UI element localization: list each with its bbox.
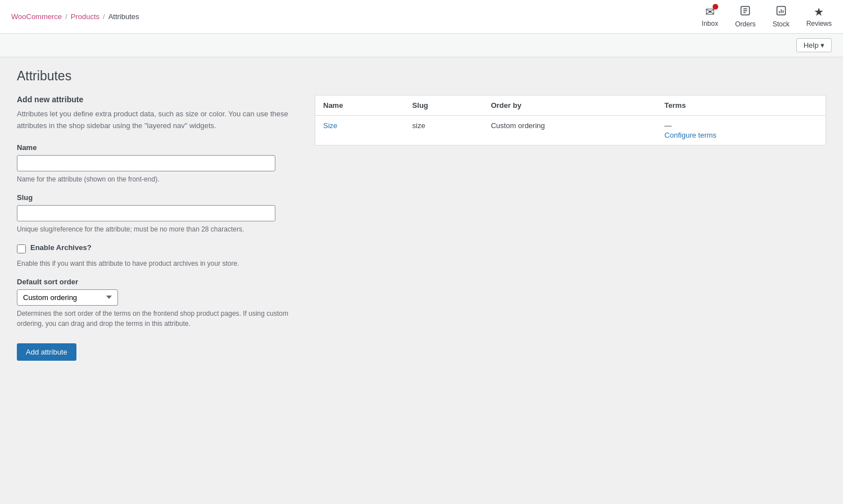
stock-icon bbox=[776, 5, 787, 18]
breadcrumb-current: Attributes bbox=[108, 12, 139, 21]
sort-hint: Determines the sort order of the terms o… bbox=[17, 308, 298, 329]
col-name: Name bbox=[315, 96, 405, 116]
table-row: Size size Custom ordering — Configure te… bbox=[315, 116, 826, 146]
name-hint: Name for the attribute (shown on the fro… bbox=[17, 174, 298, 184]
breadcrumb-sep2: / bbox=[103, 12, 105, 21]
name-group: Name Name for the attribute (shown on th… bbox=[17, 143, 298, 184]
help-button[interactable]: Help ▾ bbox=[796, 38, 832, 52]
nav-reviews[interactable]: ★ Reviews bbox=[806, 6, 832, 28]
row-slug: size bbox=[405, 116, 483, 146]
nav-orders[interactable]: Orders bbox=[735, 5, 756, 28]
slug-group: Slug Unique slug/reference for the attri… bbox=[17, 193, 298, 234]
top-bar: WooCommerce / Products / Attributes ✉ In… bbox=[0, 0, 843, 34]
add-attribute-button[interactable]: Add attribute bbox=[17, 343, 76, 361]
breadcrumb: WooCommerce / Products / Attributes bbox=[11, 12, 139, 21]
archives-group: Enable Archives? Enable this if you want… bbox=[17, 243, 298, 269]
inbox-icon: ✉ bbox=[705, 6, 715, 17]
breadcrumb-woocommerce[interactable]: WooCommerce bbox=[11, 12, 62, 21]
form-heading: Add new attribute bbox=[17, 95, 298, 104]
orders-icon bbox=[740, 5, 751, 18]
archives-row: Enable Archives? bbox=[17, 243, 298, 255]
table-panel: Name Slug Order by Terms Size size Custo… bbox=[315, 95, 826, 146]
page-title: Attributes bbox=[17, 69, 826, 84]
configure-terms-link[interactable]: Configure terms bbox=[664, 131, 818, 139]
nav-stock[interactable]: Stock bbox=[773, 5, 790, 28]
form-description: Attributes let you define extra product … bbox=[17, 108, 298, 132]
nav-inbox[interactable]: ✉ Inbox bbox=[702, 6, 718, 28]
reviews-icon: ★ bbox=[814, 6, 824, 17]
sort-group: Default sort order Custom ordering Name … bbox=[17, 278, 298, 329]
archives-label[interactable]: Enable Archives? bbox=[30, 243, 92, 252]
archives-checkbox[interactable] bbox=[17, 244, 26, 253]
breadcrumb-products[interactable]: Products bbox=[71, 12, 99, 21]
slug-label: Slug bbox=[17, 193, 298, 202]
terms-value: — bbox=[664, 121, 672, 130]
attributes-table: Name Slug Order by Terms Size size Custo… bbox=[315, 95, 826, 146]
nav-reviews-label: Reviews bbox=[806, 20, 832, 28]
col-order-by: Order by bbox=[483, 96, 656, 116]
slug-hint: Unique slug/reference for the attribute;… bbox=[17, 224, 298, 234]
help-bar: Help ▾ bbox=[0, 34, 843, 57]
breadcrumb-sep1: / bbox=[65, 12, 67, 21]
main-content: Attributes Add new attribute Attributes … bbox=[0, 57, 843, 372]
archives-hint: Enable this if you want this attribute t… bbox=[17, 258, 298, 269]
sort-select[interactable]: Custom ordering Name Name (numeric) Term… bbox=[17, 289, 118, 306]
slug-input[interactable] bbox=[17, 205, 275, 221]
name-label: Name bbox=[17, 143, 298, 152]
form-panel: Add new attribute Attributes let you def… bbox=[17, 95, 298, 361]
row-order-by: Custom ordering bbox=[483, 116, 656, 146]
nav-stock-label: Stock bbox=[773, 20, 790, 28]
row-name: Size bbox=[315, 116, 405, 146]
nav-inbox-label: Inbox bbox=[702, 20, 718, 28]
table-header-row: Name Slug Order by Terms bbox=[315, 96, 826, 116]
nav-orders-label: Orders bbox=[735, 20, 756, 28]
col-slug: Slug bbox=[405, 96, 483, 116]
row-terms: — Configure terms bbox=[656, 116, 826, 146]
col-terms: Terms bbox=[656, 96, 826, 116]
content-grid: Add new attribute Attributes let you def… bbox=[17, 95, 826, 361]
top-nav: ✉ Inbox Orders bbox=[702, 5, 832, 28]
size-link[interactable]: Size bbox=[323, 121, 337, 130]
inbox-badge bbox=[713, 4, 718, 10]
name-input[interactable] bbox=[17, 155, 275, 171]
sort-label: Default sort order bbox=[17, 278, 298, 286]
